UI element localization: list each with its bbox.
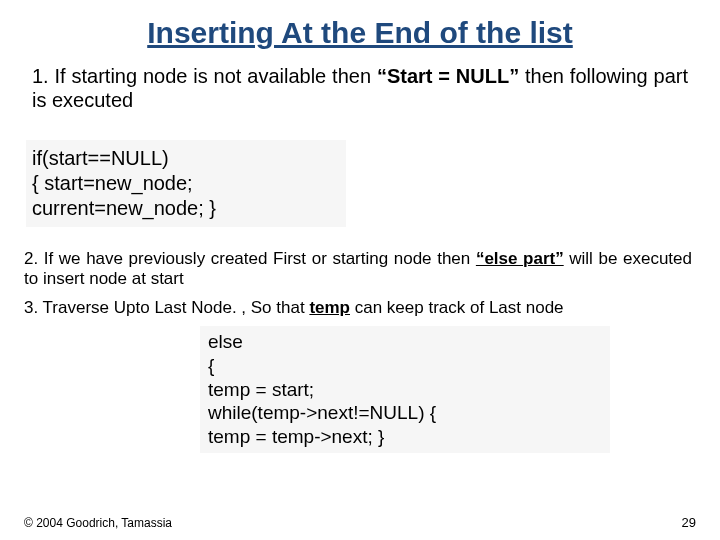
- slide: Inserting At the End of the list 1. If s…: [0, 0, 720, 540]
- p1-text-a: 1. If starting node is not available the…: [32, 65, 377, 87]
- p3-text-a: 3. Traverse Upto Last Node. , So that: [24, 298, 309, 317]
- p1-text-b: “Start = NULL”: [377, 65, 519, 87]
- code-block-1: if(start==NULL) { start=new_node; curren…: [26, 140, 346, 227]
- p2-text-b: “else part”: [476, 249, 564, 268]
- paragraph-2: 2. If we have previously created First o…: [24, 249, 696, 290]
- paragraph-3: 3. Traverse Upto Last Node. , So that te…: [24, 298, 696, 318]
- slide-title: Inserting At the End of the list: [24, 16, 696, 50]
- footer-page-number: 29: [682, 515, 696, 530]
- paragraph-1: 1. If starting node is not available the…: [24, 64, 696, 112]
- p2-text-a: 2. If we have previously created First o…: [24, 249, 476, 268]
- p3-text-c: can keep track of Last node: [350, 298, 564, 317]
- code-block-2: else { temp = start; while(temp->next!=N…: [200, 326, 610, 453]
- footer-copyright: © 2004 Goodrich, Tamassia: [24, 516, 172, 530]
- p3-text-b: temp: [309, 298, 350, 317]
